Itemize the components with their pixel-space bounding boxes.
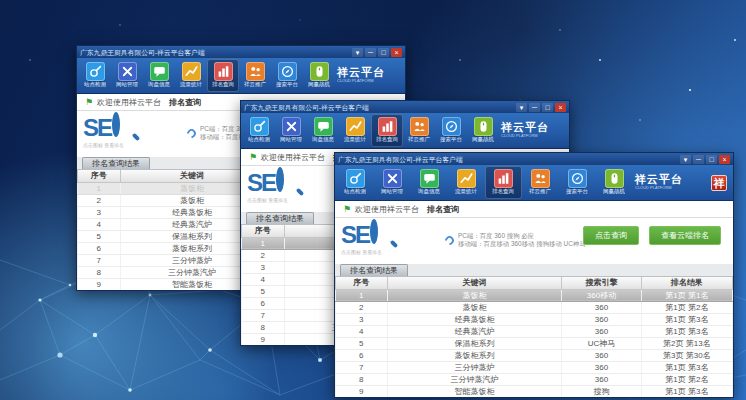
toolbar-item-6[interactable]: 搜索平台 [271, 59, 303, 92]
greeting-text: 欢迎使用祥云平台 [355, 204, 419, 215]
window-title: 广东九鼎王厨具有限公司-祥云平台客户端 [80, 47, 205, 56]
table-row[interactable]: 9智能蒸饭柜搜狗第1页 第3名 [336, 385, 733, 397]
toolbar-item-5[interactable]: 祥云推广 [403, 114, 435, 147]
toolbar-items: 站点检测网站管理询盘信息流量统计排名查询祥云推广搜索平台网赢战机 [243, 114, 499, 147]
toolbar-item-6[interactable]: 搜索平台 [435, 114, 467, 147]
brand-name: 祥云平台 [337, 67, 406, 78]
window-titlebar[interactable]: 广东九鼎王厨具有限公司-祥云平台客户端 ▾ ─ □ × [77, 46, 405, 58]
traffic-stats-icon [182, 62, 201, 81]
table-header-row: 序号 关键词 搜索引擎 排名结果 [336, 277, 733, 289]
cell-no: 1 [78, 182, 121, 194]
cell-no: 5 [242, 285, 285, 297]
inquiry-message-icon [314, 117, 333, 136]
cell-keyword: 蒸饭柜 [387, 289, 562, 301]
seo-logo[interactable]: SE 点击图标 查看排名 [341, 223, 445, 258]
toolbar-item-4[interactable]: 排名查询 [371, 114, 403, 147]
inquiry-message-icon [150, 62, 169, 81]
close-button[interactable]: × [719, 155, 730, 164]
table-row[interactable]: 6蒸饭柜系列360第3页 第30名 [336, 349, 733, 361]
table-row[interactable]: 3经典蒸饭柜360第1页 第3名 [336, 313, 733, 325]
table-row[interactable]: 2蒸饭柜360第1页 第2名 [336, 301, 733, 313]
skin-button[interactable]: ▾ [516, 103, 527, 112]
toolbar-item-label: 搜索平台 [440, 137, 462, 142]
query-button[interactable]: 点击查询 [583, 226, 639, 245]
toolbar-item-7[interactable]: 网赢战机 [467, 114, 499, 147]
toolbar-item-label: 站点检测 [345, 189, 367, 194]
cell-no: 4 [336, 325, 388, 337]
minimize-button[interactable]: ─ [365, 48, 376, 57]
seo-logo-text: SE [341, 223, 369, 247]
brand-name: 祥云平台 [501, 122, 570, 133]
table-row[interactable]: 7三分钟蒸炉360第1页 第3名 [336, 361, 733, 373]
toolbar-item-1[interactable]: 网站管理 [111, 59, 143, 92]
toolbar-item-1[interactable]: 网站管理 [374, 166, 411, 199]
brand-logo: 祥云平台 CLOUD PLATFORM 祥 [499, 114, 570, 147]
toolbar-item-2[interactable]: 询盘信息 [143, 59, 175, 92]
toolbar-item-7[interactable]: 网赢战机 [596, 166, 633, 199]
toolbar-item-6[interactable]: 搜索平台 [559, 166, 596, 199]
cell-no: 6 [242, 297, 285, 309]
cell-no: 3 [78, 206, 121, 218]
cell-keyword: 蒸饭柜系列 [387, 349, 562, 361]
desktop: { "background": { "base_color": "#0e2d63… [0, 0, 746, 400]
table-row[interactable]: 10智能蒸饭柜360第1页 第3名 [336, 397, 733, 398]
window-controls: ▾ ─ □ × [516, 103, 566, 112]
tab-rank-results[interactable]: 排名查询结果 [246, 212, 314, 224]
toolbar-item-label: 祥云推广 [529, 189, 551, 194]
window-titlebar[interactable]: 广东九鼎王厨具有限公司-祥云平台客户端 ▾ ─ □ × [241, 101, 569, 113]
site-manage-icon [118, 62, 137, 81]
window-titlebar[interactable]: 广东九鼎王厨具有限公司-祥云平台客户端 ▾ ─ □ × [335, 153, 733, 165]
cloud-rank-button[interactable]: 查看云端排名 [649, 226, 721, 245]
toolbar-item-3[interactable]: 流量统计 [339, 114, 371, 147]
toolbar-item-3[interactable]: 流量统计 [448, 166, 485, 199]
cell-no: 9 [242, 333, 285, 345]
toolbar-item-4[interactable]: 排名查询 [485, 166, 522, 199]
toolbar-items: 站点检测网站管理询盘信息流量统计排名查询祥云推广搜索平台网赢战机 [79, 59, 335, 92]
table-row[interactable]: 8三分钟蒸汽炉360第1页 第2名 [336, 373, 733, 385]
content-area: SE 点击图标 查看排名 PC端：百度 360 搜狗 必应 移动端：百度移动 3… [335, 218, 733, 398]
table-row[interactable]: 5保温柜系列UC神马第2页 第13名 [336, 337, 733, 349]
skin-button[interactable]: ▾ [352, 48, 363, 57]
maximize-button[interactable]: □ [542, 103, 553, 112]
cell-no: 8 [336, 373, 388, 385]
window-title: 广东九鼎王厨具有限公司-祥云平台客户端 [338, 154, 463, 163]
cell-no: 2 [242, 249, 285, 261]
col-header-rank: 排名结果 [641, 277, 732, 289]
table-row[interactable]: 1蒸饭柜360移动第1页 第1名 [336, 289, 733, 301]
brand-seal-icon: 祥 [711, 175, 727, 191]
magnifier-icon [370, 223, 394, 247]
cell-no: 7 [336, 361, 388, 373]
toolbar-item-4[interactable]: 排名查询 [207, 59, 239, 92]
toolbar-item-label: 搜索平台 [566, 189, 588, 194]
toolbar-item-1[interactable]: 网站管理 [275, 114, 307, 147]
search-platform-icon [568, 169, 587, 188]
cell-rank: 第1页 第3名 [641, 397, 732, 398]
close-button[interactable]: × [391, 48, 402, 57]
skin-button[interactable]: ▾ [680, 155, 691, 164]
toolbar-item-0[interactable]: 站点检测 [79, 59, 111, 92]
promotion-icon [246, 62, 265, 81]
maximize-button[interactable]: □ [706, 155, 717, 164]
toolbar-item-7[interactable]: 网赢战机 [303, 59, 335, 92]
minimize-button[interactable]: ─ [529, 103, 540, 112]
engines-pc-line: PC端：百度 360 搜狗 必应 [458, 231, 586, 240]
window-title: 广东九鼎王厨具有限公司-祥云平台客户端 [244, 102, 369, 111]
close-button[interactable]: × [555, 103, 566, 112]
minimize-button[interactable]: ─ [693, 155, 704, 164]
toolbar-item-5[interactable]: 祥云推广 [239, 59, 271, 92]
seo-logo[interactable]: SE 点击图标 查看排名 [83, 116, 187, 151]
toolbar-item-3[interactable]: 流量统计 [175, 59, 207, 92]
toolbar-item-2[interactable]: 询盘信息 [411, 166, 448, 199]
toolbar-item-5[interactable]: 祥云推广 [522, 166, 559, 199]
cell-no: 7 [78, 254, 121, 266]
toolbar-item-2[interactable]: 询盘信息 [307, 114, 339, 147]
cell-engine: 360 [562, 301, 641, 313]
tab-rank-results[interactable]: 排名查询结果 [340, 264, 408, 276]
toolbar-item-0[interactable]: 站点检测 [243, 114, 275, 147]
traffic-stats-icon [346, 117, 365, 136]
maximize-button[interactable]: □ [378, 48, 389, 57]
cell-no: 10 [336, 397, 388, 398]
table-row[interactable]: 4经典蒸汽炉360第1页 第3名 [336, 325, 733, 337]
toolbar-item-0[interactable]: 站点检测 [337, 166, 374, 199]
tab-rank-results[interactable]: 排名查询结果 [82, 157, 150, 169]
